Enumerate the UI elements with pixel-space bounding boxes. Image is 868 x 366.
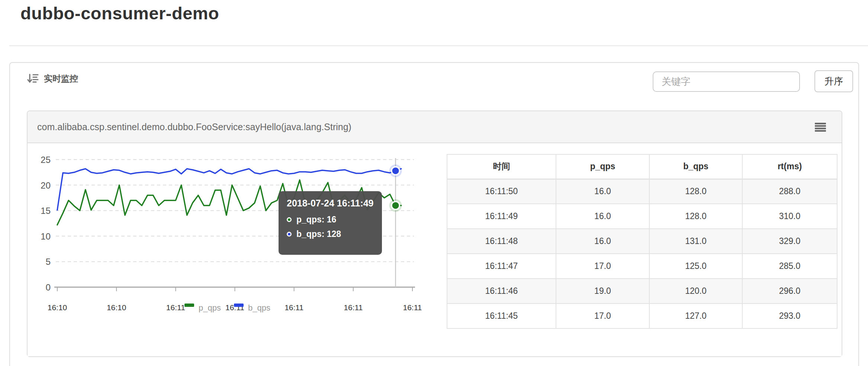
y-axis-label: 15 (41, 206, 51, 216)
resource-panel: com.alibaba.csp.sentinel.demo.dubbo.FooS… (27, 110, 842, 357)
hover-dot-p_qps (392, 202, 399, 209)
table-row: 16:11:4717.0125.0285.0 (447, 254, 837, 279)
x-axis-label: 16:11 (344, 303, 363, 312)
table-cell: 128.0 (649, 179, 742, 204)
tooltip-title: 2018-07-24 16:11:49 (287, 198, 374, 209)
table-cell: 128.0 (649, 204, 742, 229)
table-cell: 285.0 (742, 254, 837, 279)
table-header-cell: p_qps (556, 154, 649, 179)
title-divider (9, 45, 868, 46)
table-cell: 16:11:49 (447, 204, 556, 229)
table-cell: 16.0 (556, 204, 649, 229)
legend-swatch (184, 304, 194, 307)
tooltip-item-text: b_qps: 128 (296, 229, 341, 239)
table-cell: 16:11:50 (447, 179, 556, 204)
sort-ascending-button[interactable]: 升序 (814, 70, 853, 92)
tooltip-item-text: p_qps: 16 (296, 215, 336, 225)
x-axis-label: 16:10 (107, 303, 126, 312)
table-row: 16:11:4916.0128.0310.0 (447, 204, 837, 229)
x-axis-label: 16:11 (403, 303, 422, 312)
chart-tooltip: 2018-07-24 16:11:49 p_qps: 16b_qps: 128 (279, 191, 382, 255)
tooltip-item-p_qps: p_qps: 16 (287, 215, 374, 225)
table-row: 16:11:4619.0120.0296.0 (447, 279, 837, 304)
tooltip-items: p_qps: 16b_qps: 128 (287, 215, 374, 239)
qps-line-chart[interactable]: 051015202516:1016:1016:1116:1116:1116:11… (28, 143, 455, 356)
card-header: 实时监控 (27, 72, 78, 85)
keyword-search-input[interactable] (653, 71, 800, 92)
x-axis-label: 16:11 (284, 303, 303, 312)
table-header-cell: 时间 (447, 154, 556, 179)
hover-dot-b_qps (392, 167, 399, 174)
table-cell: 293.0 (742, 304, 837, 328)
table-cell: 17.0 (556, 304, 649, 328)
table-row: 16:11:4816.0131.0329.0 (447, 229, 837, 254)
table-cell: 16:11:48 (447, 229, 556, 254)
table-cell: 125.0 (649, 254, 742, 279)
y-axis-label: 10 (41, 231, 51, 241)
legend-label: p_qps (199, 303, 221, 312)
table-cell: 17.0 (556, 254, 649, 279)
resource-panel-header: com.alibaba.csp.sentinel.demo.dubbo.FooS… (28, 111, 842, 143)
table-cell: 19.0 (556, 279, 649, 304)
table-cell: 288.0 (742, 179, 837, 204)
realtime-monitor-card: 实时监控 升序 com.alibaba.csp.sentinel.demo.du… (9, 62, 859, 366)
tooltip-item-b_qps: b_qps: 128 (287, 229, 374, 239)
y-axis-label: 25 (41, 155, 51, 165)
menu-icon[interactable] (815, 123, 826, 132)
table-cell: 16:11:47 (447, 254, 556, 279)
section-title: 实时监控 (44, 73, 78, 84)
table-cell: 120.0 (649, 279, 742, 304)
table-row: 16:11:5016.0128.0288.0 (447, 179, 837, 204)
table-cell: 16.0 (556, 179, 649, 204)
table-cell: 16.0 (556, 229, 649, 254)
table-cell: 127.0 (649, 304, 742, 328)
page-title: dubbo-consumer-demo (20, 3, 219, 23)
tooltip-bullet-icon (287, 232, 292, 237)
y-axis-label: 5 (46, 257, 51, 267)
tooltip-bullet-icon (287, 217, 292, 222)
resource-panel-body: 051015202516:1016:1016:1116:1116:1116:11… (28, 143, 842, 356)
table-cell: 329.0 (742, 229, 837, 254)
table-header-cell: rt(ms) (742, 154, 837, 179)
table-cell: 131.0 (649, 229, 742, 254)
x-axis-label: 16:11 (166, 303, 185, 312)
table-header-row: 时间p_qpsb_qpsrt(ms) (447, 154, 837, 179)
table-cell: 310.0 (742, 204, 837, 229)
table-cell: 16:11:45 (447, 304, 556, 328)
y-axis-label: 0 (46, 282, 51, 292)
app-root: dubbo-consumer-demo 实时监控 升序 com.alibaba.… (0, 0, 868, 366)
table-cell: 296.0 (742, 279, 837, 304)
table-row: 16:11:4517.0127.0293.0 (447, 304, 837, 328)
table-header-cell: b_qps (649, 154, 742, 179)
legend-label: b_qps (248, 303, 270, 312)
metrics-table: 时间p_qpsb_qpsrt(ms) 16:11:5016.0128.0288.… (447, 154, 838, 329)
legend-swatch (234, 304, 244, 307)
table-cell: 16:11:46 (447, 279, 556, 304)
sort-amount-icon (27, 73, 39, 84)
x-axis-label: 16:10 (48, 303, 67, 312)
resource-name: com.alibaba.csp.sentinel.demo.dubbo.FooS… (37, 122, 351, 132)
y-axis-label: 20 (41, 180, 51, 190)
